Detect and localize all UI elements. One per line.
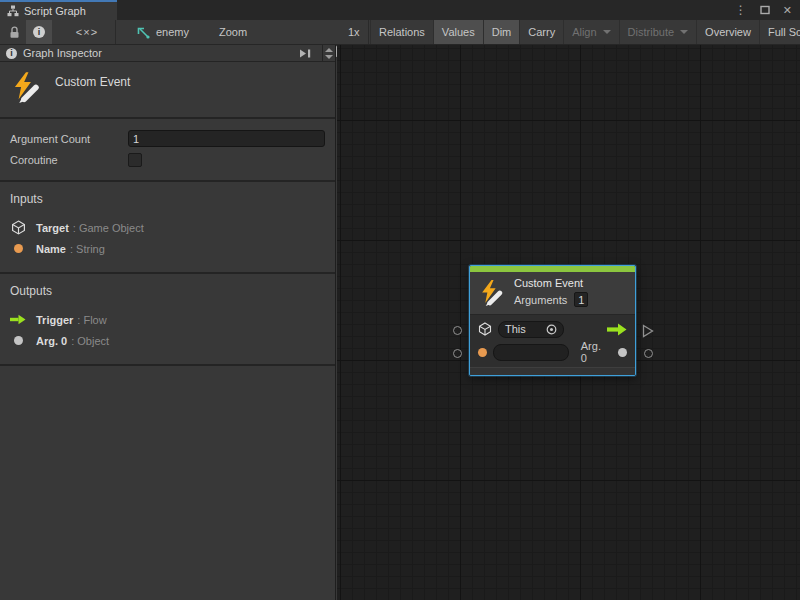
scroll-down-icon[interactable] bbox=[325, 55, 333, 59]
object-port-icon bbox=[14, 336, 23, 345]
node-arguments-field[interactable]: 1 bbox=[574, 292, 588, 307]
full-screen-button[interactable]: Full Screen bbox=[759, 20, 800, 44]
game-object-cube-icon bbox=[478, 322, 492, 336]
event-header-section: Custom Event bbox=[0, 62, 335, 119]
dim-button[interactable]: Dim bbox=[483, 20, 520, 44]
close-icon[interactable]: ✕ bbox=[783, 4, 792, 17]
inspector-header: i Graph Inspector bbox=[0, 45, 335, 62]
output-row-trigger: Trigger: Flow bbox=[10, 309, 325, 330]
coroutine-label: Coroutine bbox=[10, 154, 128, 166]
event-name-field[interactable] bbox=[493, 344, 569, 361]
graph-name: enemy bbox=[156, 26, 189, 38]
lock-button[interactable] bbox=[2, 20, 26, 44]
object-port-icon[interactable] bbox=[618, 348, 627, 357]
inspector-toggle-button[interactable]: i bbox=[26, 20, 52, 44]
node-arguments-label: Arguments bbox=[514, 294, 567, 306]
outputs-section: Outputs Trigger: Flow Arg. 0: Object bbox=[0, 274, 335, 366]
tab-script-graph[interactable]: Script Graph bbox=[0, 0, 117, 20]
carry-button[interactable]: Carry bbox=[519, 20, 563, 44]
event-settings-section: Argument Count Coroutine bbox=[0, 119, 335, 182]
tab-title: Script Graph bbox=[24, 5, 86, 17]
maximize-icon[interactable] bbox=[760, 5, 770, 15]
lock-icon bbox=[9, 26, 20, 39]
window-menu-icon[interactable]: ⋮ bbox=[735, 4, 747, 16]
custom-event-node[interactable]: Custom Event Arguments 1 This bbox=[469, 265, 636, 376]
info-icon: i bbox=[33, 26, 45, 38]
argument-count-input[interactable] bbox=[128, 130, 325, 147]
dock-panel-icon[interactable] bbox=[295, 48, 316, 59]
custom-event-icon bbox=[478, 279, 505, 306]
graph-tab-icon bbox=[7, 5, 19, 17]
code-icon: <×> bbox=[76, 26, 98, 38]
custom-event-icon bbox=[10, 71, 42, 103]
node-output-port-2[interactable] bbox=[644, 349, 653, 358]
string-port-icon[interactable] bbox=[478, 348, 487, 357]
relations-button[interactable]: Relations bbox=[370, 20, 433, 44]
panel-scroll-spinner[interactable] bbox=[322, 45, 335, 62]
game-object-cube-icon bbox=[10, 220, 26, 235]
inputs-header: Inputs bbox=[10, 192, 325, 206]
code-view-button[interactable]: <×> bbox=[66, 20, 108, 44]
scroll-up-icon[interactable] bbox=[325, 48, 333, 52]
target-object-field[interactable]: This bbox=[498, 321, 564, 338]
toolbar-divider bbox=[368, 20, 369, 44]
info-icon: i bbox=[6, 48, 17, 59]
values-button[interactable]: Values bbox=[433, 20, 483, 44]
toolbar-divider bbox=[115, 20, 116, 44]
zoom-value: 1x bbox=[348, 20, 360, 44]
chevron-down-icon bbox=[603, 30, 611, 34]
trigger-flow-port-icon[interactable] bbox=[606, 323, 627, 336]
coroutine-checkbox[interactable] bbox=[128, 153, 142, 167]
inputs-section: Inputs Target: Game Object Name: String bbox=[0, 182, 335, 274]
graph-pointer-icon bbox=[136, 26, 150, 39]
outputs-header: Outputs bbox=[10, 284, 325, 298]
node-input-port-1[interactable] bbox=[453, 326, 462, 335]
graph-breadcrumb[interactable]: enemy bbox=[136, 20, 189, 44]
chevron-down-icon bbox=[680, 30, 688, 34]
argument-count-label: Argument Count bbox=[10, 133, 128, 145]
object-picker-icon[interactable] bbox=[546, 324, 557, 335]
graph-canvas[interactable]: Custom Event Arguments 1 This bbox=[337, 45, 800, 600]
input-row-target: Target: Game Object bbox=[10, 217, 325, 238]
distribute-dropdown[interactable]: Distribute bbox=[619, 20, 696, 44]
node-title: Custom Event bbox=[514, 277, 588, 289]
node-footer bbox=[470, 367, 635, 375]
zoom-label: Zoom bbox=[219, 20, 247, 44]
inspector-title: Graph Inspector bbox=[23, 47, 289, 59]
title-bar: Script Graph ⋮ ✕ bbox=[0, 0, 800, 20]
input-row-name: Name: String bbox=[10, 238, 325, 259]
string-port-icon bbox=[14, 244, 23, 253]
graph-toolbar: i <×> enemy Zoom 1x Relations Values Dim… bbox=[0, 20, 800, 45]
event-title: Custom Event bbox=[55, 75, 130, 89]
node-body: This Arg. 0 bbox=[470, 314, 635, 367]
node-input-port-2[interactable] bbox=[453, 349, 462, 358]
node-header[interactable]: Custom Event Arguments 1 bbox=[470, 272, 635, 314]
arg0-output-label: Arg. 0 bbox=[581, 340, 610, 364]
output-row-arg0: Arg. 0: Object bbox=[10, 330, 325, 351]
node-flow-output-port[interactable] bbox=[642, 324, 654, 338]
graph-inspector-panel: i Graph Inspector Custom Event Argument … bbox=[0, 45, 336, 600]
overview-button[interactable]: Overview bbox=[696, 20, 759, 44]
flow-arrow-icon bbox=[10, 314, 26, 325]
align-dropdown[interactable]: Align bbox=[563, 20, 618, 44]
toolbar-button-group: Relations Values Dim Carry Align Distrib… bbox=[370, 20, 800, 44]
